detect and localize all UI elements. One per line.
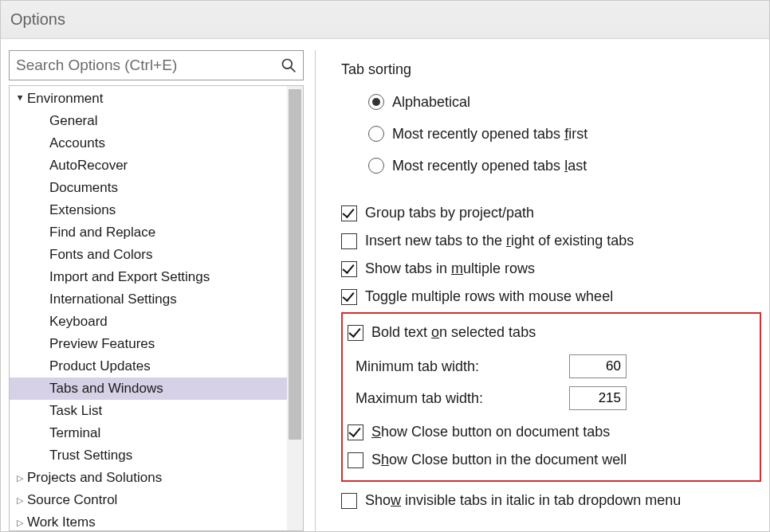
check-insert-right[interactable]: Insert new tabs to the right of existing… bbox=[341, 227, 761, 255]
tree-item-documents[interactable]: Documents bbox=[10, 177, 303, 199]
tree-item-label: AutoRecover bbox=[49, 158, 128, 174]
tree-item-task-list[interactable]: Task List bbox=[10, 400, 303, 422]
check-multiple-rows[interactable]: Show tabs in multiple rows bbox=[341, 255, 761, 283]
tree-item-preview-features[interactable]: Preview Features bbox=[10, 333, 303, 355]
tree-item-product-updates[interactable]: Product Updates bbox=[10, 355, 303, 377]
tree-item-fonts-and-colors[interactable]: Fonts and Colors bbox=[10, 244, 303, 266]
cb-group-input[interactable] bbox=[341, 205, 357, 221]
tree-item-environment[interactable]: ▲Environment bbox=[10, 88, 303, 110]
settings-pane: Tab sorting Alphabetical Most recently o… bbox=[319, 39, 769, 531]
tree-item-international-settings[interactable]: International Settings bbox=[10, 288, 303, 311]
tree-item-label: Import and Export Settings bbox=[49, 269, 210, 285]
cb-invisible-input[interactable] bbox=[341, 493, 357, 509]
tree-body: ▲EnvironmentGeneralAccountsAutoRecoverDo… bbox=[10, 86, 303, 531]
window-title: Options bbox=[10, 10, 65, 29]
tree-item-trust-settings[interactable]: Trust Settings bbox=[10, 444, 303, 467]
tree-item-general[interactable]: General bbox=[10, 110, 303, 132]
tab-sorting-group: Alphabetical Most recently opened tabs f… bbox=[341, 86, 761, 182]
tree-item-label: Documents bbox=[49, 180, 118, 196]
tree-item-label: Source Control bbox=[27, 492, 117, 508]
tree-item-label: Extensions bbox=[49, 202, 116, 218]
radio-last-input[interactable] bbox=[368, 158, 384, 174]
min-tab-width-row: Minimum tab width: bbox=[356, 354, 755, 378]
cb-insert-label: Insert new tabs to the right of existing… bbox=[365, 233, 634, 249]
tab-sorting-header: Tab sorting bbox=[341, 61, 761, 78]
tree-item-label: Preview Features bbox=[49, 336, 155, 352]
tree-item-find-and-replace[interactable]: Find and Replace bbox=[10, 221, 303, 244]
radio-first-label: Most recently opened tabs first bbox=[392, 126, 587, 143]
tree-item-projects-and-solutions[interactable]: ▷Projects and Solutions bbox=[10, 467, 303, 489]
search-icon bbox=[281, 57, 297, 73]
min-tab-width-input[interactable] bbox=[569, 354, 627, 378]
tree-item-label: Terminal bbox=[49, 425, 100, 441]
svg-point-0 bbox=[283, 60, 293, 69]
cb-closebtn-label: Show Close button on document tabs bbox=[371, 424, 610, 440]
cb-closewell-input[interactable] bbox=[348, 452, 363, 468]
radio-alphabetical[interactable]: Alphabetical bbox=[368, 86, 761, 118]
tree-item-source-control[interactable]: ▷Source Control bbox=[10, 489, 303, 511]
radio-recent-first[interactable]: Most recently opened tabs first bbox=[368, 118, 761, 150]
caret-right-icon[interactable]: ▷ bbox=[14, 495, 26, 506]
cb-closewell-label: Show Close button in the document well bbox=[371, 452, 627, 468]
check-bold-selected[interactable]: Bold text on selected tabs bbox=[348, 319, 755, 346]
tree-item-autorecover[interactable]: AutoRecover bbox=[10, 155, 303, 177]
options-dialog: Options ▲EnvironmentGeneralAccountsAutoR… bbox=[0, 0, 770, 532]
check-close-in-well[interactable]: Show Close button in the document well bbox=[348, 446, 755, 474]
max-tab-width-label: Maximum tab width: bbox=[356, 390, 563, 407]
tree-item-keyboard[interactable]: Keyboard bbox=[10, 311, 303, 333]
cb-multi-input[interactable] bbox=[341, 261, 357, 277]
min-tab-width-label: Minimum tab width: bbox=[356, 358, 563, 375]
tree-item-extensions[interactable]: Extensions bbox=[10, 199, 303, 221]
cb-multi-label: Show tabs in multiple rows bbox=[365, 260, 535, 277]
tree-item-label: Accounts bbox=[49, 135, 105, 151]
radio-recent-last[interactable]: Most recently opened tabs last bbox=[368, 150, 761, 182]
tree-item-terminal[interactable]: Terminal bbox=[10, 422, 303, 444]
check-close-on-tabs[interactable]: Show Close button on document tabs bbox=[348, 418, 755, 446]
content: ▲EnvironmentGeneralAccountsAutoRecoverDo… bbox=[1, 39, 769, 531]
tree-item-import-and-export-settings[interactable]: Import and Export Settings bbox=[10, 266, 303, 288]
tree-item-label: Task List bbox=[49, 403, 102, 419]
cb-toggle-label: Toggle multiple rows with mouse wheel bbox=[365, 288, 613, 305]
tree-item-label: General bbox=[49, 113, 97, 129]
general-tab-checks: Group tabs by project/path Insert new ta… bbox=[341, 199, 761, 311]
radio-alpha-input[interactable] bbox=[368, 94, 384, 110]
caret-down-icon[interactable]: ▲ bbox=[14, 94, 26, 104]
post-highlight-checks: Show invisible tabs in italic in tab dro… bbox=[341, 487, 761, 514]
cb-bold-label: Bold text on selected tabs bbox=[371, 324, 536, 341]
cb-invisible-label: Show invisible tabs in italic in tab dro… bbox=[365, 492, 681, 509]
svg-line-1 bbox=[291, 68, 296, 72]
tree-item-label: Product Updates bbox=[49, 358, 151, 374]
radio-first-input[interactable] bbox=[368, 126, 384, 142]
radio-alpha-label: Alphabetical bbox=[392, 94, 470, 111]
titlebar: Options bbox=[1, 1, 769, 39]
cb-toggle-input[interactable] bbox=[341, 289, 357, 305]
tree-item-label: Keyboard bbox=[49, 314, 108, 330]
tree-item-label: International Settings bbox=[49, 291, 177, 307]
caret-right-icon[interactable]: ▷ bbox=[14, 473, 26, 483]
check-group-tabs[interactable]: Group tabs by project/path bbox=[341, 199, 761, 227]
tree-item-label: Trust Settings bbox=[49, 448, 132, 464]
scrollbar-track[interactable] bbox=[287, 86, 303, 530]
tree-item-label: Tabs and Windows bbox=[49, 381, 163, 397]
caret-right-icon[interactable]: ▷ bbox=[14, 518, 26, 528]
vertical-separator bbox=[315, 50, 316, 531]
highlighted-region: Bold text on selected tabs Minimum tab w… bbox=[341, 312, 761, 482]
search-box[interactable] bbox=[9, 50, 304, 80]
tree-item-work-items[interactable]: ▷Work Items bbox=[10, 511, 303, 531]
tree-item-label: Projects and Solutions bbox=[27, 470, 162, 486]
tree-item-label: Work Items bbox=[27, 514, 96, 530]
tree-item-tabs-and-windows[interactable]: Tabs and Windows bbox=[10, 377, 303, 400]
max-tab-width-input[interactable] bbox=[569, 386, 627, 410]
search-input[interactable] bbox=[10, 51, 303, 80]
category-tree: ▲EnvironmentGeneralAccountsAutoRecoverDo… bbox=[9, 85, 304, 531]
check-toggle-wheel[interactable]: Toggle multiple rows with mouse wheel bbox=[341, 283, 761, 311]
cb-insert-input[interactable] bbox=[341, 233, 357, 249]
scrollbar-thumb[interactable] bbox=[289, 89, 301, 440]
tree-item-accounts[interactable]: Accounts bbox=[10, 132, 303, 155]
max-tab-width-row: Maximum tab width: bbox=[356, 386, 755, 410]
tree-item-label: Fonts and Colors bbox=[49, 247, 152, 263]
left-column: ▲EnvironmentGeneralAccountsAutoRecoverDo… bbox=[1, 39, 312, 531]
cb-bold-input[interactable] bbox=[348, 325, 363, 341]
cb-closebtn-input[interactable] bbox=[348, 424, 363, 440]
check-invisible-italic[interactable]: Show invisible tabs in italic in tab dro… bbox=[341, 487, 761, 514]
